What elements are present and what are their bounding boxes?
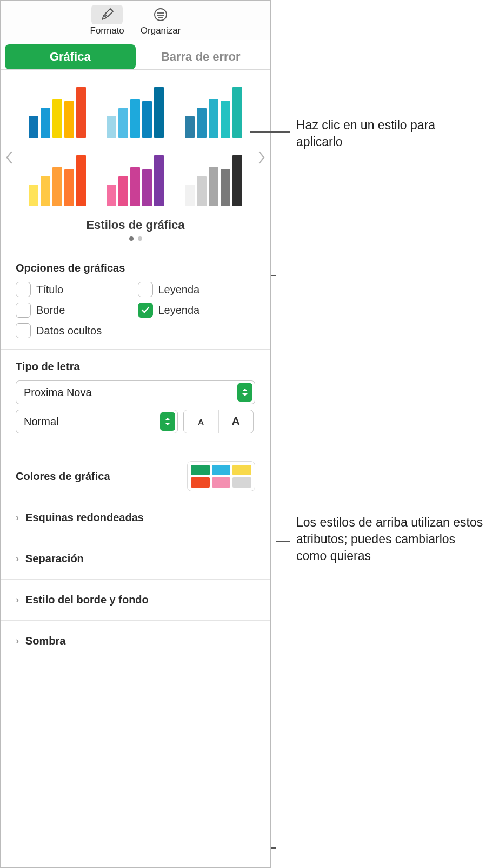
font-size-increase-button[interactable]: A [218,410,254,433]
disclosure-rounded-corners[interactable]: › Esquinas redondeadas [1,497,270,538]
chart-options-grid: TítuloLeyendaBordeLeyendaDatos ocultos [16,282,255,338]
bar-icon [107,116,116,138]
bar-icon [209,99,218,138]
chevron-right-icon [258,151,265,164]
bar-icon [64,169,74,206]
checkbox-label: Datos ocultos [36,325,102,337]
color-cell [232,465,251,475]
callout-bracket [276,275,276,849]
subtab-bar: Gráfica Barra de error [1,40,270,70]
page-dot-1[interactable] [129,236,134,241]
chart-style-thumb-2[interactable] [102,86,168,140]
option-0: Título [16,282,134,297]
chart-colors-label: Colores de gráfica [16,470,110,483]
bar-icon [197,176,207,206]
divider [1,450,270,450]
font-family-select[interactable]: Proxima Nova [16,380,255,404]
bar-icon [29,116,38,138]
disclosure-border-background[interactable]: › Estilo del borde y fondo [1,579,270,620]
chart-options-heading: Opciones de gráficas [16,262,255,274]
callout-line [250,131,290,133]
callout-attributes-tip: Los estilos de arriba utilizan estos atr… [296,514,485,564]
chart-style-thumb-3[interactable] [181,86,247,140]
checkbox-label: Leyenda [158,284,200,296]
option-1: Leyenda [138,282,256,297]
chart-colors-section: Colores de gráfica [1,456,270,497]
chevron-left-icon [5,151,13,164]
disclosure-separation[interactable]: › Separación [1,538,270,579]
font-style-select[interactable]: Normal [16,410,178,433]
styles-prev-button[interactable] [2,144,17,171]
bar-icon [185,116,195,138]
bar-icon [29,185,38,206]
checkmark-icon [141,305,150,315]
chevron-right-icon: › [16,512,19,523]
format-tab-button[interactable]: Formato [87,4,128,37]
svg-point-0 [155,9,167,21]
checkbox-label: Leyenda [158,304,200,317]
page-dot-2[interactable] [138,236,142,241]
bar-icon [118,176,128,206]
chevron-right-icon: › [16,635,19,647]
format-sidebar: Formato Organizar Gráfica Barra de error… [0,0,271,868]
disclosure-label: Estilo del borde y fondo [25,594,149,606]
chart-style-thumb-1[interactable] [24,86,90,140]
stepper-icon [237,383,252,402]
checkbox[interactable] [138,303,153,318]
option-2: Borde [16,303,134,318]
bar-icon [130,167,140,206]
bar-icon [142,169,152,206]
checkbox[interactable] [16,303,31,318]
bar-icon [41,108,50,138]
color-cell [191,465,210,475]
bar-icon [185,185,195,206]
stepper-icon [160,412,175,431]
tab-error-bars[interactable]: Barra de error [136,44,267,69]
bar-icon [41,176,50,206]
font-style-value: Normal [24,416,58,428]
option-4: Datos ocultos [16,323,255,338]
bar-icon [76,87,86,138]
chart-styles-caption: Estilos de gráfica [17,218,254,232]
chart-style-thumb-4[interactable] [24,154,90,208]
chart-style-thumb-5[interactable] [102,154,168,208]
tab-chart[interactable]: Gráfica [5,44,136,69]
option-3: Leyenda [138,303,256,318]
checkbox[interactable] [16,282,31,297]
format-tab-label: Formato [90,25,124,36]
chart-colors-swatch[interactable] [187,461,255,491]
arrange-tab-label: Organizar [141,25,181,36]
disclosure-label: Separación [25,553,84,565]
checkbox[interactable] [138,282,153,297]
divider [1,349,270,350]
bar-icon [221,169,230,206]
chart-style-thumb-6[interactable] [181,154,247,208]
font-heading: Tipo de letra [16,360,255,373]
disclosure-label: Sombra [25,635,65,647]
color-cell [232,477,251,488]
checkbox[interactable] [16,323,31,338]
font-size-decrease-button[interactable]: A [184,410,218,433]
chart-styles-area: Estilos de gráfica [1,70,270,245]
bar-icon [197,108,207,138]
checkbox-label: Borde [36,304,65,317]
disclosure-shadow[interactable]: › Sombra [1,620,270,661]
divider [1,251,270,251]
callout-line [271,275,276,276]
bar-icon [76,155,86,206]
bar-icon [64,101,74,138]
styles-next-button[interactable] [254,144,269,171]
arrange-icon [153,7,168,22]
arrange-tab-button[interactable]: Organizar [137,4,184,37]
chevron-right-icon: › [16,594,19,606]
chart-style-grid [24,86,247,208]
bar-icon [209,167,218,206]
bar-icon [142,101,152,138]
bar-icon [118,108,128,138]
callout-line [271,847,276,849]
font-size-stepper: A A [183,410,254,433]
inspector-toolbar: Formato Organizar [1,1,270,40]
bar-icon [221,101,230,138]
disclosure-label: Esquinas redondeadas [25,511,144,524]
bar-icon [154,155,164,206]
